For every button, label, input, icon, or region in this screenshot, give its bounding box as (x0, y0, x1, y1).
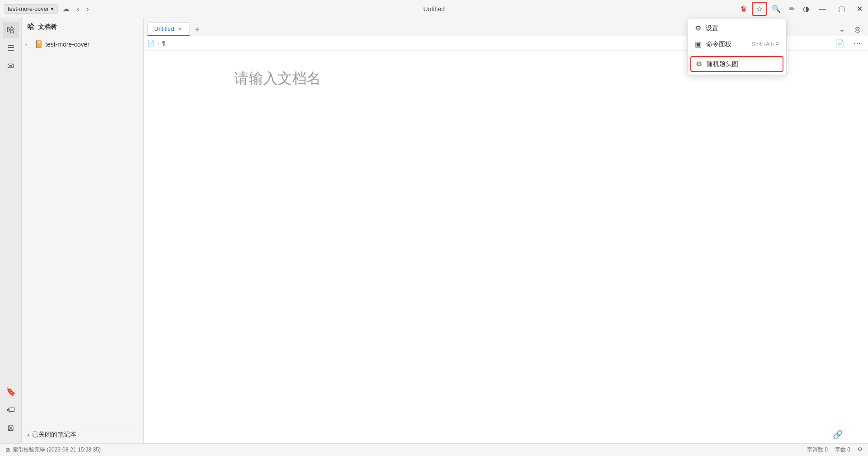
forward-button[interactable]: › (84, 3, 91, 15)
maximize-button[interactable]: ▢ (833, 0, 850, 18)
titlebar-right: ♛ ☆ 🔍 ✏ ◑ — ▢ ✕ (736, 0, 868, 18)
notebook-name: test-more-cover (8, 5, 49, 12)
status-index-icon: ⊠ (5, 447, 10, 453)
minimize-button[interactable]: — (814, 0, 832, 18)
edit-button[interactable]: ✏ (785, 3, 798, 15)
breadcrumb-sep1: › (157, 40, 159, 47)
closed-notebooks-item[interactable]: › 已关闭的笔记本 (22, 428, 143, 442)
star-button[interactable]: ☆ (752, 2, 767, 16)
menu-item-settings[interactable]: ⚙ 设置 (688, 20, 786, 36)
sidebar-content: › 📔 test-more-cover (22, 36, 143, 426)
sidebar-tree-item[interactable]: › 📔 test-more-cover (22, 38, 143, 50)
inbox-icon: ✉ (7, 61, 14, 71)
char-count-label: 字符数 0 (807, 446, 828, 454)
document-tree-icon: 哈 (7, 24, 15, 35)
toolbar-right-actions: 📄 ⋯ (832, 37, 864, 49)
breadcrumb-doc-icon: 📄 (147, 40, 155, 47)
close-button[interactable]: ✕ (851, 0, 868, 18)
menu-item-random-cover-label: 随机题头图 (707, 60, 738, 68)
menu-separator (688, 54, 786, 54)
editor-area[interactable]: 请输入文档名 (144, 51, 868, 443)
tag-icon: 🏷 (7, 405, 15, 415)
titlebar-left: test-more-cover ▾ ☁ ‹ › (4, 3, 92, 15)
word-count-label: 字数 0 (835, 446, 850, 454)
content-area: Untitled ✕ + ⌄ ◎ 📄 › ¶ 📄 ⋯ (144, 18, 868, 443)
status-text: 索引校验完毕 (2023-08-21 15:28:35) (13, 446, 101, 454)
outline-collapse-button[interactable]: ⌄ (835, 22, 849, 36)
chevron-down-icon: ▾ (51, 5, 54, 12)
menu-item-command-shortcut: Shift+Alt+P (752, 41, 779, 48)
more-options-button[interactable]: ⋯ (850, 37, 864, 49)
breadcrumb-para-icon: ¶ (162, 40, 165, 47)
window-title: Untitled (423, 5, 444, 13)
sidebar-header-label: 文档树 (38, 23, 57, 31)
activity-bar: 哈 ☰ ✉ 🔖 🏷 ⊠ (0, 18, 22, 443)
outline-icon: ☰ (7, 43, 14, 53)
menu-item-settings-label: 设置 (706, 24, 718, 33)
tab-label: Untitled (154, 25, 174, 32)
back-button[interactable]: ‹ (74, 3, 82, 15)
main-layout: 哈 ☰ ✉ 🔖 🏷 ⊠ 哈 文档树 › 📔 test-more-cover (0, 18, 868, 443)
breadcrumb: 📄 › ¶ (147, 36, 165, 51)
index-icon: ⊠ (7, 423, 14, 433)
activity-icon-inbox[interactable]: ✉ (3, 58, 19, 74)
tab-untitled[interactable]: Untitled ✕ (147, 22, 190, 36)
status-right: 字符数 0 字数 0 ⚙ (807, 446, 863, 454)
notebook-icon: 📔 (34, 40, 43, 48)
status-settings-icon[interactable]: ⚙ (858, 446, 863, 454)
notebook-label: test-more-cover (45, 41, 90, 48)
activity-icon-bookmark[interactable]: 🔖 (3, 384, 19, 400)
notebook-selector[interactable]: test-more-cover ▾ (4, 4, 58, 14)
crown-button[interactable]: ♛ (736, 2, 751, 16)
activity-icon-tag[interactable]: 🏷 (3, 402, 19, 418)
menu-item-command-label: 命令面板 (706, 40, 731, 48)
user-circle-button[interactable]: ◎ (851, 23, 864, 35)
link-icon-container: 🔗 (833, 430, 843, 440)
settings-gear-icon: ⚙ (695, 24, 701, 33)
menu-item-command-panel[interactable]: ▣ 命令面板 Shift+Alt+P (688, 36, 786, 52)
theme-button[interactable]: ◑ (799, 3, 813, 15)
link-icon[interactable]: 🔗 (833, 430, 843, 440)
activity-icon-outline[interactable]: ☰ (3, 40, 19, 56)
sidebar: 哈 文档树 › 📔 test-more-cover › 已关闭的笔记本 (22, 18, 144, 443)
dropdown-menu: ⚙ 设置 ▣ 命令面板 Shift+Alt+P ⚙ 随机题头图 (687, 18, 787, 75)
search-button[interactable]: 🔍 (768, 3, 784, 15)
titlebar: test-more-cover ▾ ☁ ‹ › Untitled ♛ ☆ 🔍 ✏… (0, 0, 868, 18)
tree-arrow-icon: › (25, 41, 33, 48)
sidebar-bottom: › 已关闭的笔记本 (22, 426, 143, 443)
new-doc-button[interactable]: 📄 (832, 37, 848, 49)
activity-icon-index[interactable]: ⊠ (3, 420, 19, 436)
sidebar-header-icon: 哈 (27, 22, 34, 32)
command-panel-icon: ▣ (695, 40, 702, 48)
closed-nb-arrow-icon: › (27, 431, 29, 438)
activity-icon-document-tree[interactable]: 哈 (3, 22, 19, 38)
sidebar-header: 哈 文档树 (22, 18, 143, 36)
cloud-sync-button[interactable]: ☁ (60, 3, 72, 15)
status-bar: ⊠ 索引校验完毕 (2023-08-21 15:28:35) 字符数 0 字数 … (0, 443, 868, 456)
menu-item-random-cover[interactable]: ⚙ 随机题头图 (690, 56, 783, 72)
new-tab-button[interactable]: + (191, 23, 203, 36)
bookmark-icon: 🔖 (6, 387, 16, 397)
tab-close-icon[interactable]: ✕ (177, 26, 183, 32)
closed-nb-label: 已关闭的笔记本 (32, 431, 76, 439)
random-cover-icon: ⚙ (696, 60, 702, 68)
